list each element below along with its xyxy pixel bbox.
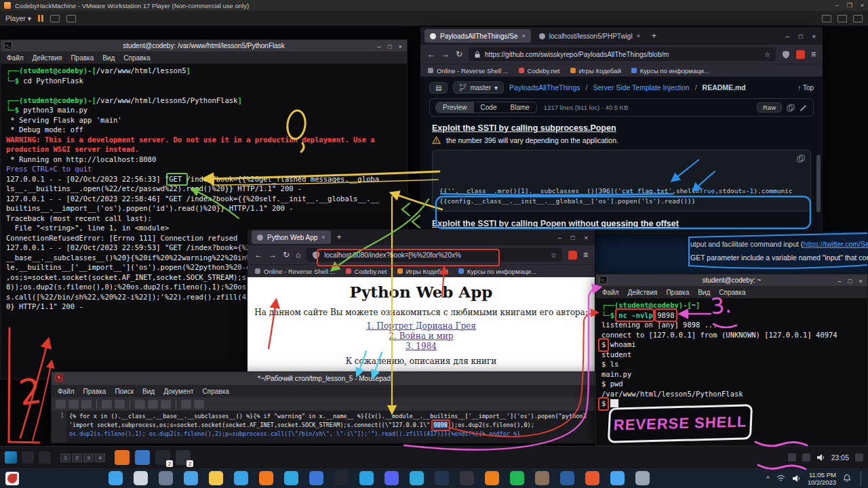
- scrollbar-thumb[interactable]: [816, 155, 821, 212]
- readme-heading-popen[interactable]: Exploit the SSTI by calling subprocess.P…: [421, 119, 822, 134]
- start-button[interactable]: [108, 471, 123, 485]
- tab-code[interactable]: Code: [474, 102, 504, 113]
- breadcrumb-repo[interactable]: PayloadsAllTheThings: [509, 83, 580, 92]
- reload-icon[interactable]: ↻: [283, 250, 290, 260]
- vlc[interactable]: [485, 471, 499, 485]
- unity-icon[interactable]: [822, 15, 831, 22]
- terminal-titlebar[interactable]: >_ student@codeby: ~ – □ ×: [595, 274, 868, 286]
- terminal[interactable]: [334, 471, 349, 485]
- menu-item[interactable]: Правка: [71, 54, 94, 62]
- close-tab-icon[interactable]: ×: [522, 33, 526, 39]
- bookmark-item[interactable]: Курсы по информаци...: [631, 67, 709, 75]
- bookmark-item[interactable]: Курсы по информаци...: [458, 268, 536, 275]
- maximize-button[interactable]: □: [799, 33, 803, 40]
- power-icon[interactable]: [855, 453, 863, 462]
- menu-item[interactable]: Справка: [203, 388, 229, 395]
- save-file-icon[interactable]: [81, 400, 92, 409]
- discord[interactable]: [384, 471, 399, 485]
- menu-item[interactable]: Файл: [7, 54, 24, 62]
- terminal-output[interactable]: ┌──(student@codeby)-[~]└─$ nc -nvlp 9898…: [595, 298, 868, 446]
- devices-icon[interactable]: [66, 15, 76, 22]
- raw-button[interactable]: Raw: [757, 102, 782, 113]
- open-file-icon[interactable]: [68, 400, 79, 409]
- clock[interactable]: 11:05 PM10/2/2023: [808, 471, 836, 486]
- wifi-icon[interactable]: [776, 474, 785, 482]
- home-icon[interactable]: ⌂: [296, 250, 300, 260]
- photos[interactable]: [309, 471, 323, 485]
- show-desktop-button[interactable]: [861, 471, 863, 486]
- virtualbox[interactable]: [560, 471, 574, 485]
- terminal-titlebar[interactable]: >_ student@codeby: /var/www/html/lesson5…: [0, 39, 408, 52]
- kali-menu-icon[interactable]: [5, 451, 17, 464]
- maximize-button[interactable]: □: [571, 234, 575, 241]
- obs[interactable]: [460, 471, 474, 485]
- vscode[interactable]: [359, 471, 374, 485]
- minimize-button[interactable]: –: [377, 43, 380, 50]
- menu-hamburger-icon[interactable]: ≡: [811, 49, 816, 59]
- volume-icon[interactable]: [792, 474, 801, 483]
- url-bar[interactable]: localhost:8080/index?book=[%%20for%20x% …: [307, 248, 562, 262]
- menu-item[interactable]: Справка: [719, 289, 745, 296]
- copy-icon[interactable]: [148, 400, 158, 409]
- workspace-button[interactable]: 2: [72, 453, 82, 462]
- menu-item[interactable]: Вид: [142, 388, 155, 395]
- editor-text[interactable]: {% for x in ().__class__.__base__.__subc…: [66, 411, 597, 443]
- close-button[interactable]: ×: [812, 33, 816, 40]
- bookmark-star-icon[interactable]: ☆: [764, 51, 770, 58]
- menu-item[interactable]: Файл: [58, 388, 75, 395]
- file-manager-icon[interactable]: [22, 451, 34, 464]
- undo-icon[interactable]: [102, 400, 112, 409]
- tab-payloadsallthethings[interactable]: PayloadsAllTheThings/Se×: [425, 29, 531, 43]
- copy-icon[interactable]: [787, 104, 795, 112]
- suspend-vm-icon[interactable]: [38, 15, 43, 22]
- store[interactable]: [284, 471, 298, 485]
- tab-localhost-phptwig[interactable]: localhost/lesson5/PHPTwigl×: [534, 29, 646, 43]
- gimp[interactable]: [535, 471, 549, 485]
- ublock-extension-icon[interactable]: [568, 251, 577, 260]
- widgets[interactable]: [184, 471, 198, 485]
- tray-network-icon[interactable]: [788, 453, 796, 462]
- new-file-icon[interactable]: [56, 400, 66, 409]
- twitter-link[interactable]: https://twitter.com/SecGus: [803, 240, 868, 248]
- firefox-launcher[interactable]: [115, 450, 130, 465]
- bookmark-item[interactable]: Online - Reverse Shell ...: [428, 67, 509, 75]
- new-tab-button[interactable]: +: [648, 31, 660, 41]
- terminal-launcher[interactable]: 2: [155, 450, 170, 465]
- tray-clipboard-icon[interactable]: [802, 453, 810, 462]
- book-link[interactable]: 3. 1984: [248, 342, 595, 351]
- vmware-minimize-button[interactable]: –: [835, 2, 839, 9]
- branch-selector[interactable]: master▾: [453, 81, 504, 94]
- notepad[interactable]: [610, 471, 625, 485]
- fullscreen-icon[interactable]: [837, 15, 847, 22]
- menu-item[interactable]: Вид: [698, 289, 710, 296]
- steam[interactable]: [435, 471, 449, 485]
- menu-item[interactable]: Поиск: [115, 388, 134, 395]
- bookmark-item[interactable]: Игры Кодебай: [570, 67, 621, 75]
- menu-item[interactable]: Правка: [83, 388, 106, 395]
- task-view[interactable]: [159, 471, 173, 485]
- edit-pencil-icon[interactable]: [800, 104, 808, 112]
- tab-blame[interactable]: Blame: [503, 102, 536, 113]
- browser-launcher[interactable]: [135, 450, 150, 465]
- panel-clock[interactable]: 23:05: [831, 453, 849, 462]
- book-link[interactable]: 1. Портрет Дориана Грея: [248, 321, 595, 331]
- close-button[interactable]: ×: [859, 277, 863, 285]
- copy-icon[interactable]: [797, 155, 805, 163]
- search[interactable]: [134, 471, 148, 485]
- workspace-button[interactable]: 4: [95, 453, 105, 462]
- forward-icon[interactable]: →: [269, 250, 277, 260]
- book-link[interactable]: 2. Война и мир: [248, 331, 595, 341]
- menu-item[interactable]: Вид: [102, 54, 115, 62]
- tray-expand-icon[interactable]: ^: [766, 474, 769, 482]
- back-icon[interactable]: ←: [254, 250, 262, 260]
- bookmark-item[interactable]: Online - Reverse Shell ...: [255, 268, 336, 275]
- menu-item[interactable]: Справка: [123, 54, 150, 62]
- bookmark-item[interactable]: Codeby.net: [346, 268, 387, 275]
- new-tab-button[interactable]: +: [334, 232, 345, 242]
- file-tree-toggle-icon[interactable]: ▤: [429, 82, 448, 94]
- readme-heading-popen-offset[interactable]: Exploit the SSTI by calling Popen withou…: [421, 215, 822, 230]
- menu-item[interactable]: Правка: [666, 289, 689, 296]
- snapshot-icon[interactable]: [853, 15, 863, 22]
- firefox-browser[interactable]: [259, 471, 273, 485]
- bookmark-star-icon[interactable]: ☆: [551, 251, 557, 259]
